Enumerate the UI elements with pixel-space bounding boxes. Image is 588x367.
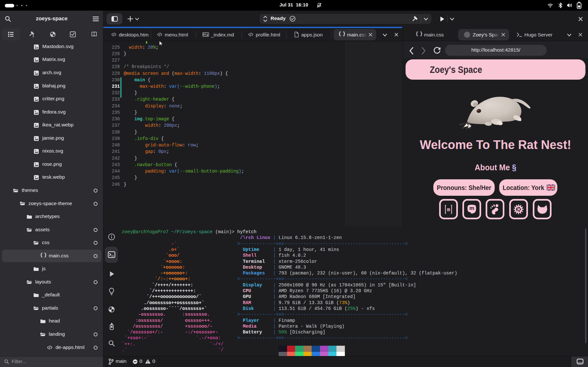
svg-text:K: K (517, 206, 522, 213)
svg-text:m: m (447, 207, 450, 213)
svg-text:m: m (469, 205, 474, 211)
